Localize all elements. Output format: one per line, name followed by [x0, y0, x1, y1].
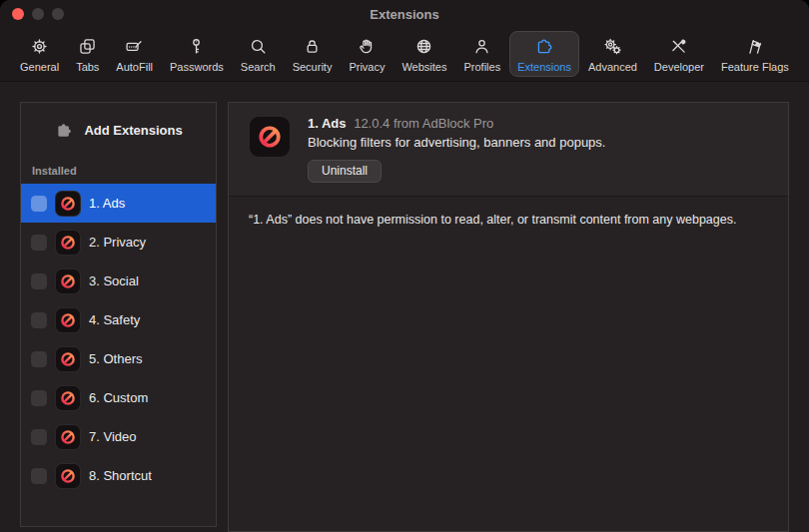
adblock-extension-icon — [55, 463, 81, 489]
extension-description: Blocking filters for advertising, banner… — [308, 135, 605, 150]
extension-list-item-others[interactable]: 5. Others — [21, 339, 216, 378]
adblock-extension-icon — [55, 268, 81, 294]
globe-icon — [413, 36, 434, 59]
permission-status-text: “1. Ads” does not have permission to rea… — [249, 213, 768, 227]
minimize-window-button[interactable] — [32, 8, 44, 20]
extension-detail-panel: 1. Ads 12.0.4 from AdBlock Pro Blocking … — [228, 102, 789, 532]
extension-list-item-custom[interactable]: 6. Custom — [21, 378, 216, 417]
tab-general[interactable]: General — [12, 31, 67, 77]
person-icon — [471, 36, 492, 59]
tab-label: Developer — [654, 61, 704, 73]
tab-tabs[interactable]: Tabs — [68, 31, 107, 77]
uninstall-button[interactable]: Uninstall — [308, 160, 382, 183]
zoom-window-button[interactable] — [52, 8, 64, 20]
tab-search[interactable]: Search — [233, 31, 284, 77]
safari-settings-window: Extensions General Tabs AutoFill Passwor… — [0, 0, 809, 532]
adblock-extension-icon — [249, 116, 291, 158]
tab-autofill[interactable]: AutoFill — [108, 31, 161, 77]
extension-enabled-checkbox[interactable] — [31, 390, 47, 406]
tab-label: Extensions — [517, 61, 571, 73]
extension-version: 12.0.4 from AdBlock Pro — [354, 116, 493, 131]
key-icon — [186, 36, 207, 59]
tab-passwords[interactable]: Passwords — [162, 31, 232, 77]
adblock-extension-icon — [55, 191, 81, 217]
tabs-icon — [77, 36, 98, 59]
tab-label: General — [20, 61, 59, 73]
extension-list-item-ads[interactable]: 1. Ads — [21, 184, 216, 223]
extension-list-item-shortcut[interactable]: 8. Shortcut — [21, 456, 216, 495]
tab-label: Websites — [402, 61, 446, 73]
gear-icon — [29, 36, 50, 59]
tab-label: Advanced — [588, 61, 637, 73]
tab-label: Tabs — [76, 61, 99, 73]
tab-extensions[interactable]: Extensions — [509, 31, 579, 77]
tab-websites[interactable]: Websites — [394, 31, 454, 77]
extension-label: 4. Safety — [89, 312, 140, 327]
window-title: Extensions — [0, 0, 809, 27]
extension-label: 2. Privacy — [89, 235, 146, 250]
extensions-sidebar: Add Extensions Installed 1. Ads 2. Priva… — [20, 102, 217, 527]
autofill-icon — [124, 36, 145, 59]
tab-feature-flags[interactable]: Feature Flags — [713, 31, 797, 77]
tab-security[interactable]: Security — [285, 31, 341, 77]
tab-label: Search — [241, 61, 276, 73]
window-controls — [12, 8, 64, 20]
tab-label: Passwords — [170, 61, 224, 73]
close-window-button[interactable] — [12, 8, 24, 20]
extension-list-item-social[interactable]: 3. Social — [21, 262, 216, 300]
extension-label: 7. Video — [89, 429, 136, 444]
titlebar: Extensions — [0, 0, 809, 27]
flags-icon — [744, 36, 765, 59]
extension-enabled-checkbox[interactable] — [31, 273, 47, 289]
settings-toolbar: General Tabs AutoFill Passwords Search S… — [0, 27, 809, 82]
tab-label: Privacy — [349, 61, 385, 73]
extension-enabled-checkbox[interactable] — [31, 196, 47, 212]
extension-name: 1. Ads — [308, 116, 347, 131]
puzzle-icon — [54, 120, 75, 141]
tools-icon — [668, 36, 689, 59]
tab-label: Feature Flags — [721, 61, 789, 73]
installed-section-label: Installed — [21, 157, 216, 184]
extension-label: 1. Ads — [89, 196, 125, 211]
tab-profiles[interactable]: Profiles — [455, 31, 508, 77]
extension-list-item-video[interactable]: 7. Video — [21, 417, 216, 456]
extension-label: 5. Others — [89, 351, 142, 366]
adblock-extension-icon — [55, 424, 81, 450]
lock-icon — [302, 36, 323, 59]
extension-list-item-safety[interactable]: 4. Safety — [21, 300, 216, 339]
extension-enabled-checkbox[interactable] — [31, 235, 47, 251]
extension-detail-header: 1. Ads 12.0.4 from AdBlock Pro Blocking … — [229, 103, 788, 197]
extension-enabled-checkbox[interactable] — [31, 468, 47, 484]
tab-privacy[interactable]: Privacy — [341, 31, 393, 77]
adblock-extension-icon — [55, 385, 81, 411]
extension-detail-body: “1. Ads” does not have permission to rea… — [229, 197, 788, 243]
tab-label: Profiles — [463, 61, 500, 73]
extension-label: 3. Social — [89, 273, 139, 288]
gears-icon — [602, 36, 623, 59]
tab-label: AutoFill — [116, 61, 153, 73]
puzzle-icon — [534, 36, 555, 59]
adblock-extension-icon — [55, 230, 81, 256]
add-extensions-button[interactable]: Add Extensions — [21, 103, 216, 157]
extensions-content: Add Extensions Installed 1. Ads 2. Priva… — [0, 82, 809, 532]
tab-label: Security — [293, 61, 333, 73]
tab-advanced[interactable]: Advanced — [580, 31, 645, 77]
extension-enabled-checkbox[interactable] — [31, 312, 47, 328]
add-extensions-label: Add Extensions — [84, 123, 182, 138]
extension-enabled-checkbox[interactable] — [31, 429, 47, 445]
adblock-extension-icon — [55, 346, 81, 372]
adblock-extension-icon — [55, 307, 81, 333]
extension-list-item-privacy[interactable]: 2. Privacy — [21, 223, 216, 262]
hand-icon — [357, 36, 378, 59]
extension-label: 8. Shortcut — [89, 468, 152, 483]
extension-label: 6. Custom — [89, 390, 148, 405]
search-icon — [248, 36, 269, 59]
extension-enabled-checkbox[interactable] — [31, 351, 47, 367]
tab-developer[interactable]: Developer — [646, 31, 712, 77]
